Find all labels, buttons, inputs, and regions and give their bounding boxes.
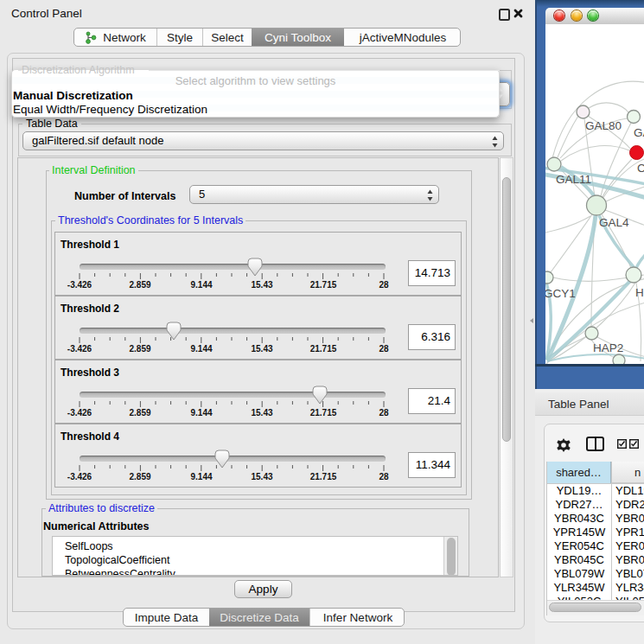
svg-text:CY: CY <box>637 162 644 175</box>
svg-text:GCY1: GCY1 <box>545 287 576 300</box>
svg-text:GAL: GAL <box>634 126 644 139</box>
svg-text:GAL4: GAL4 <box>599 216 629 229</box>
svg-text:GAL80: GAL80 <box>585 119 622 132</box>
svg-text:H: H <box>635 286 644 299</box>
svg-text:GAL11: GAL11 <box>556 173 591 186</box>
svg-text:HAP2: HAP2 <box>593 341 623 354</box>
